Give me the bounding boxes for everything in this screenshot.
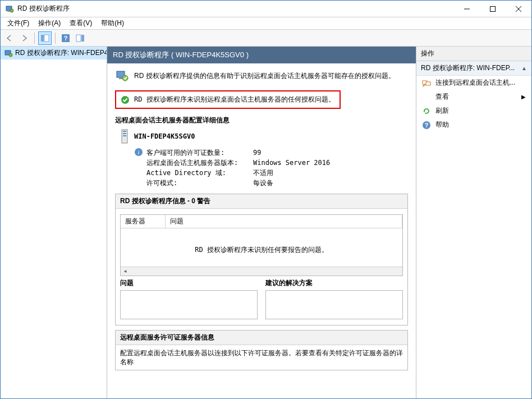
maximize-button[interactable] bbox=[480, 1, 506, 17]
license-server-group: 远程桌面服务许可证服务器信息 配置远程桌面会话主机服务器以连接到以下许可证服务器… bbox=[115, 330, 408, 370]
connect-icon bbox=[422, 79, 431, 88]
show-tree-button[interactable] bbox=[38, 31, 52, 45]
problem-box[interactable] bbox=[120, 290, 258, 319]
view-spacer-icon bbox=[422, 93, 431, 102]
action-view-label: 查看 bbox=[435, 92, 449, 102]
svg-rect-4 bbox=[490, 6, 496, 11]
tree-root-item[interactable]: RD 授权诊断程序: WIN-FDEP4 bbox=[1, 47, 107, 59]
info-icon: i bbox=[134, 148, 143, 157]
kv-row: Active Directory 域:不适用 bbox=[146, 168, 402, 178]
help-icon: ? bbox=[422, 121, 431, 130]
actions-header: 操作 bbox=[416, 47, 531, 61]
solution-box[interactable] bbox=[265, 290, 403, 319]
center-header: RD 授权诊断程序 ( WIN-FDEP4K5SGV0 ) bbox=[107, 47, 416, 63]
kv-value: 99 bbox=[253, 148, 261, 158]
svg-point-17 bbox=[122, 75, 128, 81]
main-layout: RD 授权诊断程序: WIN-FDEP4 RD 授权诊断程序 ( WIN-FDE… bbox=[1, 47, 531, 398]
svg-rect-20 bbox=[123, 131, 126, 132]
minimize-button[interactable] bbox=[454, 1, 480, 17]
action-view[interactable]: 查看 ▶ bbox=[416, 90, 531, 104]
server-icon bbox=[121, 129, 129, 144]
kv-label: Active Directory 域: bbox=[146, 168, 253, 178]
center-body: RD 授权诊断程序提供的信息有助于识别远程桌面会话主机服务器可能存在的授权问题。… bbox=[107, 63, 416, 398]
svg-text:?: ? bbox=[64, 35, 68, 42]
table-col-server[interactable]: 服务器 bbox=[121, 215, 166, 228]
close-button[interactable] bbox=[506, 1, 531, 17]
window-title: RD 授权诊断程序 bbox=[17, 4, 454, 13]
svg-point-14 bbox=[9, 53, 12, 57]
license-server-title: 远程桌面服务许可证服务器信息 bbox=[116, 331, 407, 345]
nav-forward-button[interactable] bbox=[17, 31, 31, 45]
horizontal-scrollbar[interactable] bbox=[121, 267, 402, 276]
status-highlight-box: RD 授权诊断程序未识别远程桌面会话主机服务器的任何授权问题。 bbox=[115, 90, 341, 109]
server-name: WIN-FDEP4K5SGV0 bbox=[134, 132, 195, 140]
svg-rect-11 bbox=[76, 35, 81, 42]
svg-rect-22 bbox=[123, 135, 126, 136]
kv-row: 许可模式:每设备 bbox=[146, 178, 402, 188]
intro-text: RD 授权诊断程序提供的信息有助于识别远程桌面会话主机服务器可能存在的授权问题。 bbox=[134, 71, 395, 81]
diag-info-group: RD 授权诊断程序信息 - 0 警告 服务器 问题 RD 授权诊断程序未识别任何… bbox=[115, 194, 408, 325]
svg-point-2 bbox=[10, 9, 13, 12]
action-help-label: 帮助 bbox=[435, 120, 449, 130]
action-refresh-label: 刷新 bbox=[435, 106, 449, 116]
diag-table[interactable]: 服务器 问题 RD 授权诊断程序未识别任何要报告的问题。 bbox=[120, 214, 403, 276]
svg-rect-21 bbox=[123, 133, 126, 134]
svg-rect-26 bbox=[426, 82, 430, 85]
check-icon bbox=[121, 95, 130, 104]
kv-label: 远程桌面会话主机服务器版本: bbox=[146, 158, 253, 168]
tree-panel: RD 授权诊断程序: WIN-FDEP4 bbox=[1, 47, 107, 398]
svg-rect-7 bbox=[41, 35, 44, 42]
status-text: RD 授权诊断程序未识别远程桌面会话主机服务器的任何授权问题。 bbox=[134, 95, 335, 104]
titlebar: RD 授权诊断程序 bbox=[1, 1, 531, 17]
collapse-icon: ▲ bbox=[521, 65, 527, 71]
svg-rect-16 bbox=[119, 78, 122, 79]
app-icon bbox=[5, 4, 14, 13]
intro-strip: RD 授权诊断程序提供的信息有助于识别远程桌面会话主机服务器可能存在的授权问题。 bbox=[107, 63, 416, 88]
svg-rect-12 bbox=[81, 35, 84, 42]
action-connect-label: 连接到远程桌面会话主机... bbox=[435, 78, 515, 88]
kv-value: 每设备 bbox=[253, 178, 273, 188]
kv-row: 客户端可用的许可证数量:99 bbox=[146, 148, 402, 158]
diagnostic-large-icon bbox=[115, 69, 129, 82]
refresh-icon bbox=[422, 107, 431, 116]
action-connect[interactable]: 连接到远程桌面会话主机... bbox=[416, 76, 531, 90]
svg-rect-8 bbox=[44, 35, 49, 42]
actions-group-label: RD 授权诊断程序: WIN-FDEP... bbox=[421, 63, 515, 73]
center-panel: RD 授权诊断程序 ( WIN-FDEP4K5SGV0 ) RD 授权诊断程序提… bbox=[107, 47, 416, 398]
submenu-arrow-icon: ▶ bbox=[521, 94, 526, 100]
diagnostic-icon bbox=[4, 49, 13, 58]
action-refresh[interactable]: 刷新 bbox=[416, 104, 531, 118]
menu-help[interactable]: 帮助(H) bbox=[97, 17, 129, 29]
server-line: WIN-FDEP4K5SGV0 bbox=[121, 129, 402, 144]
toolbar-separator bbox=[55, 33, 56, 44]
menu-view[interactable]: 查看(V) bbox=[65, 17, 97, 29]
svg-text:i: i bbox=[137, 149, 139, 155]
license-server-text: 配置远程桌面会话主机服务器以连接到以下许可证服务器。若要查看有关特定许可证服务器… bbox=[116, 345, 407, 370]
nav-back-button[interactable] bbox=[3, 31, 16, 45]
table-col-problem[interactable]: 问题 bbox=[166, 215, 402, 228]
actions-panel: 操作 RD 授权诊断程序: WIN-FDEP... ▲ 连接到远程桌面会话主机.… bbox=[416, 47, 531, 398]
problem-title: 问题 bbox=[120, 278, 258, 288]
kv-value: 不适用 bbox=[253, 168, 273, 178]
menubar: 文件(F) 操作(A) 查看(V) 帮助(H) bbox=[1, 17, 531, 30]
tree-root-label: RD 授权诊断程序: WIN-FDEP4 bbox=[15, 48, 107, 58]
diag-info-title: RD 授权诊断程序信息 - 0 警告 bbox=[116, 194, 407, 209]
solution-title: 建议的解决方案 bbox=[265, 278, 403, 288]
config-details: i 客户端可用的许可证数量:99 远程桌面会话主机服务器版本:Windows S… bbox=[134, 148, 402, 188]
toolbar: ? bbox=[1, 30, 531, 47]
svg-text:?: ? bbox=[425, 122, 429, 129]
menu-file[interactable]: 文件(F) bbox=[3, 17, 34, 29]
help-button[interactable]: ? bbox=[59, 31, 72, 45]
menu-action[interactable]: 操作(A) bbox=[34, 17, 65, 29]
table-empty-msg: RD 授权诊断程序未识别任何要报告的问题。 bbox=[121, 228, 402, 272]
actions-pane-button[interactable] bbox=[74, 31, 87, 45]
kv-row: 远程桌面会话主机服务器版本:Windows Server 2016 bbox=[146, 158, 402, 168]
kv-label: 客户端可用的许可证数量: bbox=[146, 148, 253, 158]
toolbar-separator bbox=[34, 33, 35, 44]
config-section-title: 远程桌面会话主机服务器配置详细信息 bbox=[115, 116, 408, 125]
kv-value: Windows Server 2016 bbox=[253, 158, 330, 168]
action-help[interactable]: ? 帮助 bbox=[416, 118, 531, 132]
actions-group-title[interactable]: RD 授权诊断程序: WIN-FDEP... ▲ bbox=[416, 61, 531, 76]
kv-label: 许可模式: bbox=[146, 178, 253, 188]
